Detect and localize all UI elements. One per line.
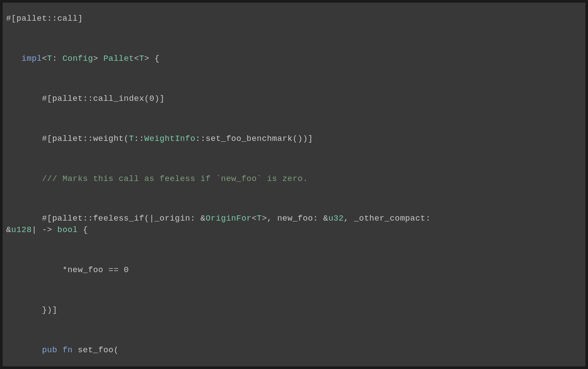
param-text: , _other_compact: bbox=[344, 214, 436, 223]
brace: { bbox=[78, 225, 88, 235]
type-t: T bbox=[47, 54, 52, 63]
type-u128: u128 bbox=[11, 225, 32, 235]
code-line-6: #[pallet::feeless_if(|_origin: &OriginFo… bbox=[6, 213, 585, 225]
keyword-fn: fn bbox=[63, 346, 73, 355]
attribute-suffix: ::set_foo_benchmark())] bbox=[195, 134, 313, 144]
code-line-4: #[pallet::weight(T::WeightInfo::set_foo_… bbox=[6, 133, 585, 145]
code-line-1: #[pallet::call] bbox=[6, 13, 585, 25]
type-t: T bbox=[139, 54, 145, 63]
code-line-5: /// Marks this call as feeless if `new_f… bbox=[6, 173, 585, 185]
brace: > { bbox=[144, 54, 160, 63]
indent bbox=[6, 214, 42, 223]
code-line-9: pub fn set_foo( bbox=[6, 345, 585, 356]
code-line-8: })] bbox=[6, 305, 585, 316]
type-config: Config bbox=[63, 54, 93, 63]
space bbox=[57, 346, 63, 355]
indent bbox=[6, 346, 42, 355]
type-pallet: Pallet bbox=[104, 54, 134, 63]
ampersand: & bbox=[6, 225, 11, 235]
angle-bracket: > bbox=[93, 54, 103, 63]
indent bbox=[6, 174, 42, 184]
param-text: >, new_foo: & bbox=[262, 214, 328, 223]
colon-colon: :: bbox=[134, 134, 144, 144]
angle-bracket: < bbox=[134, 54, 139, 63]
doc-comment: /// Marks this call as feeless if `new_f… bbox=[42, 174, 308, 184]
indent bbox=[6, 306, 42, 315]
indent bbox=[6, 266, 63, 275]
code-line-6b: &u128| -> bool { bbox=[6, 225, 585, 236]
colon: : bbox=[52, 54, 62, 63]
attribute-prefix: #[pallet::feeless_if(|_origin: & bbox=[42, 214, 205, 223]
type-u32: u32 bbox=[328, 214, 344, 223]
close-text: })] bbox=[42, 306, 57, 315]
attribute-text: #[pallet::call] bbox=[6, 14, 83, 23]
attribute-prefix: #[pallet::weight( bbox=[42, 134, 129, 144]
type-t: T bbox=[129, 134, 134, 144]
code-line-3: #[pallet::call_index(0)] bbox=[6, 93, 585, 105]
angle-bracket: < bbox=[42, 54, 47, 63]
indent bbox=[6, 134, 42, 144]
type-weightinfo: WeightInfo bbox=[144, 134, 195, 144]
indent bbox=[6, 54, 22, 63]
angle-bracket: < bbox=[252, 214, 257, 223]
keyword-pub: pub bbox=[42, 346, 57, 355]
type-t: T bbox=[257, 214, 262, 223]
code-line-7: *new_foo == 0 bbox=[6, 265, 585, 276]
expression-text: *new_foo == 0 bbox=[63, 266, 129, 275]
type-bool: bool bbox=[57, 225, 78, 235]
type-originfor: OriginFor bbox=[205, 214, 251, 223]
function-name: set_foo( bbox=[78, 346, 119, 355]
closure-arrow: | -> bbox=[32, 225, 57, 235]
keyword-impl: impl bbox=[22, 54, 42, 63]
code-line-2: impl<T: Config> Pallet<T> { bbox=[6, 53, 585, 65]
space bbox=[73, 346, 78, 355]
code-block: #[pallet::call] impl<T: Config> Pallet<T… bbox=[3, 3, 585, 366]
attribute-text: #[pallet::call_index(0)] bbox=[42, 94, 164, 103]
indent bbox=[6, 94, 42, 103]
